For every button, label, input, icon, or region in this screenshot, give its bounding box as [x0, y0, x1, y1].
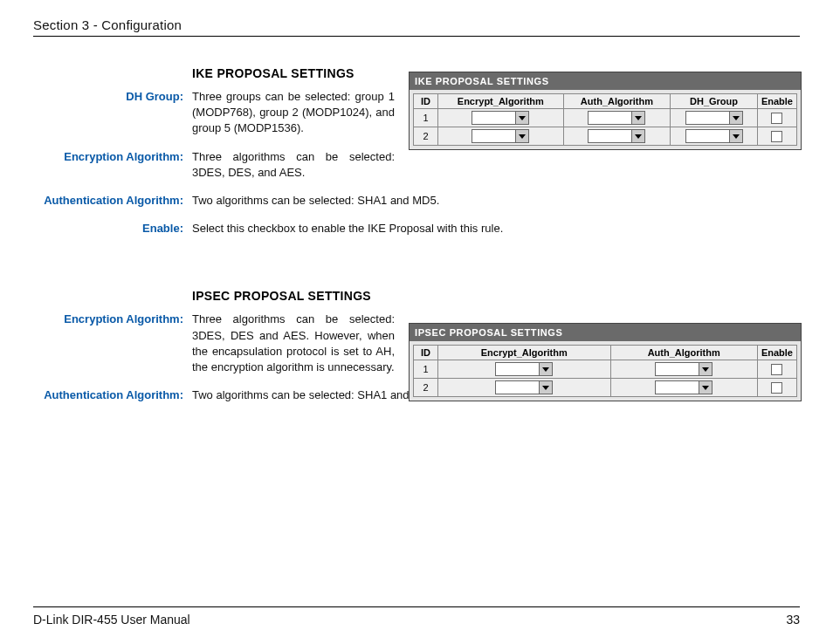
- table-row: 1: [414, 109, 797, 127]
- ipsec-panel-title: IPSEC PROPOSAL SETTINGS: [410, 324, 801, 341]
- ike-table: ID Encrypt_Algorithm Auth_Algorithm DH_G…: [413, 93, 797, 146]
- page-header: Section 3 - Configuration: [33, 17, 800, 37]
- ipsec-section-title: IPSEC PROPOSAL SETTINGS: [192, 289, 800, 303]
- ipsec-auth-label: Authentication Algorithm:: [33, 387, 192, 403]
- table-row: 2: [414, 379, 797, 397]
- ipsec-row1-id: 1: [414, 360, 438, 379]
- ipsec-row1-enable-checkbox[interactable]: [771, 364, 782, 375]
- ike-row2-enable-checkbox[interactable]: [771, 131, 782, 142]
- ipsec-row2-encrypt-select[interactable]: [495, 380, 553, 394]
- ipsec-row2-auth-select[interactable]: [655, 380, 713, 394]
- ike-auth-label: Authentication Algorithm:: [33, 193, 192, 209]
- ipsec-row1-auth-select[interactable]: [655, 362, 713, 376]
- footer-page-number: 33: [786, 613, 800, 627]
- ipsec-row1-encrypt-select[interactable]: [495, 362, 553, 376]
- table-header-row: ID Encrypt_Algorithm Auth_Algorithm DH_G…: [414, 94, 797, 109]
- ike-enable-label: Enable:: [33, 221, 192, 236]
- ike-row2-dh-select[interactable]: [685, 129, 743, 143]
- ike-dhgroup-label: DH Group:: [33, 89, 192, 105]
- ipsec-col-auth: Auth_Algorithm: [610, 346, 757, 360]
- ipsec-panel: IPSEC PROPOSAL SETTINGS ID Encrypt_Algor…: [409, 323, 802, 401]
- ike-col-dh: DH_Group: [671, 94, 758, 109]
- ike-dhgroup-desc: Three groups can be selected: group 1 (M…: [192, 89, 395, 137]
- ike-panel: IKE PROPOSAL SETTINGS ID Encrypt_Algorit…: [409, 72, 802, 150]
- ike-col-encrypt: Encrypt_Algorithm: [438, 94, 564, 109]
- ipsec-row2-id: 2: [414, 379, 438, 397]
- ipsec-row2-enable-checkbox[interactable]: [771, 382, 782, 394]
- ipsec-col-id: ID: [414, 346, 438, 360]
- ike-row2-encrypt-select[interactable]: [472, 129, 529, 143]
- ike-encrypt-label: Encryption Algorithm:: [33, 149, 192, 165]
- ipsec-table: ID Encrypt_Algorithm Auth_Algorithm Enab…: [413, 345, 797, 397]
- ike-enable-desc: Select this checkbox to enable the IKE P…: [192, 221, 800, 236]
- ike-row1-dh-select[interactable]: [685, 111, 743, 125]
- ike-col-enable: Enable: [757, 94, 796, 109]
- table-row: 2: [414, 127, 797, 146]
- page-footer: D-Link DIR-455 User Manual 33: [33, 606, 800, 627]
- ipsec-encrypt-desc: Three algorithms can be selected: 3DES, …: [192, 312, 395, 375]
- ike-row2-id: 2: [414, 127, 438, 146]
- ipsec-col-enable: Enable: [757, 346, 796, 360]
- ike-row1-enable-checkbox[interactable]: [771, 113, 782, 124]
- ike-row1-auth-select[interactable]: [588, 111, 645, 125]
- footer-product: D-Link DIR-455 User Manual: [33, 613, 190, 627]
- ike-auth-desc: Two algorithms can be selected: SHA1 and…: [192, 193, 800, 209]
- table-header-row: ID Encrypt_Algorithm Auth_Algorithm Enab…: [414, 346, 797, 360]
- ipsec-encrypt-label: Encryption Algorithm:: [33, 312, 192, 327]
- ike-panel-title: IKE PROPOSAL SETTINGS: [410, 72, 801, 90]
- ike-row2-auth-select[interactable]: [588, 129, 645, 143]
- table-row: 1: [414, 360, 797, 379]
- ike-encrypt-desc: Three algorithms can be selected: 3DES, …: [192, 149, 395, 181]
- ike-row1-id: 1: [414, 109, 438, 127]
- ike-row1-encrypt-select[interactable]: [472, 111, 529, 125]
- ipsec-col-encrypt: Encrypt_Algorithm: [438, 346, 611, 360]
- ike-col-auth: Auth_Algorithm: [563, 94, 671, 109]
- ike-col-id: ID: [414, 94, 438, 109]
